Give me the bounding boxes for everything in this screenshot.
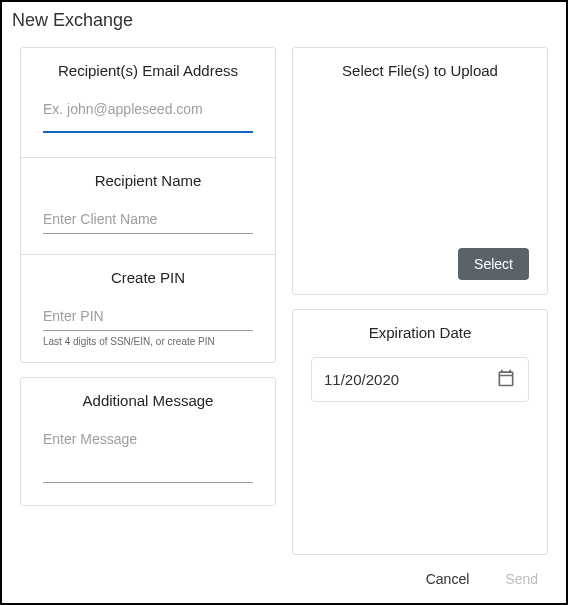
upload-card: Select File(s) to Upload Select xyxy=(292,47,548,295)
upload-dropzone[interactable] xyxy=(311,95,529,248)
expiration-date-field[interactable]: 11/20/2020 xyxy=(311,357,529,402)
expiration-section-title: Expiration Date xyxy=(311,324,529,341)
new-exchange-dialog: New Exchange Recipient(s) Email Address … xyxy=(0,0,568,605)
recipient-name-input[interactable] xyxy=(43,205,253,234)
select-files-button[interactable]: Select xyxy=(458,248,529,280)
divider xyxy=(21,254,275,255)
pin-helper-text: Last 4 digits of SSN/EIN, or create PIN xyxy=(43,335,253,348)
recipient-email-input[interactable] xyxy=(43,95,253,133)
right-column: Select File(s) to Upload Select Expirati… xyxy=(292,47,548,555)
dialog-content: Recipient(s) Email Address Recipient Nam… xyxy=(2,35,566,559)
message-input[interactable] xyxy=(43,425,253,483)
upload-section-title: Select File(s) to Upload xyxy=(311,62,529,79)
pin-input[interactable] xyxy=(43,302,253,331)
send-button[interactable]: Send xyxy=(499,567,544,591)
dialog-title: New Exchange xyxy=(2,2,566,35)
email-section-title: Recipient(s) Email Address xyxy=(39,62,257,79)
name-section-title: Recipient Name xyxy=(39,172,257,189)
message-section-title: Additional Message xyxy=(39,392,257,409)
message-card: Additional Message xyxy=(20,377,276,506)
left-column: Recipient(s) Email Address Recipient Nam… xyxy=(20,47,276,555)
cancel-button[interactable]: Cancel xyxy=(420,567,476,591)
dialog-footer: Cancel Send xyxy=(2,559,566,603)
expiration-card: Expiration Date 11/20/2020 xyxy=(292,309,548,555)
expiration-date-value: 11/20/2020 xyxy=(324,371,399,388)
recipient-card: Recipient(s) Email Address Recipient Nam… xyxy=(20,47,276,363)
calendar-icon xyxy=(496,368,516,391)
divider xyxy=(21,157,275,158)
pin-section-title: Create PIN xyxy=(39,269,257,286)
